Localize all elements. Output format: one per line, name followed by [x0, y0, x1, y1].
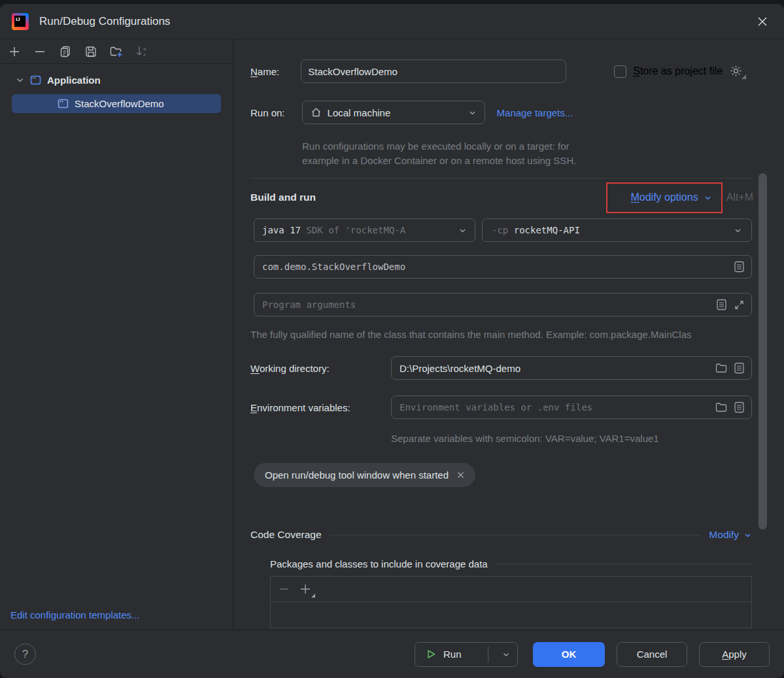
coverage-packages-table — [270, 576, 752, 628]
cancel-button[interactable]: Cancel — [617, 642, 687, 667]
name-label: Name: — [250, 66, 279, 77]
coverage-remove-icon[interactable] — [279, 584, 289, 594]
chevron-down-icon — [458, 226, 467, 235]
working-directory-value: D:\Projects\rocketMQ-demo — [400, 363, 520, 374]
coverage-table-toolbar — [271, 577, 751, 602]
store-settings-gear-icon[interactable] — [729, 64, 743, 78]
coverage-modify-link[interactable]: Modify — [709, 529, 752, 541]
run-play-icon — [426, 649, 437, 660]
working-directory-field[interactable]: D:\Projects\rocketMQ-demo — [391, 356, 752, 380]
chevron-down-icon — [468, 109, 477, 117]
jre-dropdown[interactable]: java 17 SDK of 'rocketMQ-A — [254, 218, 475, 242]
build-and-run-title: Build and run — [250, 192, 316, 203]
store-as-project-file-label: Store as project file — [633, 65, 723, 77]
name-input[interactable] — [301, 59, 566, 83]
program-arguments-field[interactable]: Program arguments — [254, 293, 752, 316]
run-button-divider — [488, 647, 488, 662]
coverage-add-icon[interactable] — [299, 583, 311, 595]
insert-macros-icon — [734, 362, 745, 374]
add-configuration-icon[interactable] — [8, 45, 21, 58]
classpath-module-dropdown[interactable]: -cp rocketMQ-API — [482, 218, 752, 242]
edit-configuration-templates-link[interactable]: Edit configuration templates... — [10, 609, 140, 620]
environment-variables-help-text: Separate variables with semicolon: VAR=v… — [391, 433, 784, 444]
code-coverage-title: Code Coverage — [250, 529, 322, 541]
configuration-form: Name: Store as project file Run on: — [233, 39, 784, 630]
intellij-logo-icon: IJ — [12, 13, 29, 30]
chevron-down-icon[interactable] — [502, 650, 511, 659]
remove-configuration-icon[interactable] — [33, 45, 46, 58]
chip-label: Open run/debug tool window when started — [265, 469, 449, 481]
run-split-button[interactable]: Run — [415, 642, 518, 667]
program-arguments-placeholder: Program arguments — [262, 299, 356, 310]
apply-button[interactable]: Apply — [699, 642, 770, 667]
chevron-down-icon — [16, 76, 24, 84]
save-configuration-icon[interactable] — [84, 45, 97, 58]
expand-icon — [734, 299, 745, 311]
configurations-tree: Application StackOverflowDemo — [0, 64, 233, 113]
insert-macros-icon — [734, 401, 745, 413]
insert-macros-icon — [716, 299, 727, 311]
home-icon — [311, 107, 322, 118]
close-icon[interactable] — [754, 13, 771, 30]
configurations-sidebar: az Application StackOverflowDemo Edit co… — [0, 39, 233, 630]
tree-item-stackoverflowdemo[interactable]: StackOverflowDemo — [12, 94, 221, 113]
browse-folder-icon — [715, 363, 727, 373]
insert-macros-icon — [734, 261, 745, 273]
chevron-down-icon — [704, 194, 712, 202]
modify-options-annotation-box: Modify options — [606, 182, 722, 213]
copy-configuration-icon[interactable] — [59, 45, 72, 58]
main-class-value: com.demo.StackOverflowDemo — [262, 262, 405, 272]
vertical-scrollbar[interactable] — [758, 173, 767, 530]
main-class-help-text: The fully qualified name of the class th… — [250, 329, 784, 340]
dialog-title: Run/Debug Configurations — [39, 15, 170, 28]
title-bar: IJ Run/Debug Configurations — [0, 4, 784, 39]
svg-text:a: a — [143, 46, 146, 52]
browse-folder-icon — [715, 402, 727, 413]
tree-item-label: StackOverflowDemo — [75, 98, 164, 109]
sort-configurations-icon[interactable]: az — [135, 45, 148, 58]
environment-variables-field[interactable]: Environment variables or .env files — [391, 396, 752, 419]
manage-targets-link[interactable]: Manage targets... — [497, 107, 573, 118]
modify-options-shortcut: Alt+M — [726, 192, 753, 203]
remove-option-icon[interactable] — [456, 471, 465, 479]
new-folder-icon[interactable] — [110, 45, 123, 58]
run-on-label: Run on: — [250, 107, 285, 118]
environment-variables-placeholder: Environment variables or .env files — [400, 402, 592, 413]
name-input-field[interactable] — [308, 66, 559, 77]
ok-button[interactable]: OK — [533, 642, 605, 667]
store-as-project-file-checkbox[interactable] — [614, 65, 626, 78]
application-type-icon — [30, 75, 41, 86]
svg-text:z: z — [143, 52, 146, 58]
run-on-help-text: Run configurations may be executed local… — [302, 139, 784, 168]
run-debug-configurations-dialog: IJ Run/Debug Configurations — [0, 4, 784, 678]
run-on-dropdown[interactable]: Local machine — [302, 101, 485, 124]
open-tool-window-option-chip[interactable]: Open run/debug tool window when started — [254, 463, 475, 487]
coverage-packages-label: Packages and classes to include in cover… — [270, 558, 488, 569]
dialog-footer: ? Run OK Cancel Apply — [0, 630, 784, 678]
chevron-down-icon — [743, 531, 752, 539]
environment-variables-label: Environment variables: — [250, 402, 350, 413]
chevron-down-icon — [734, 226, 742, 235]
run-button-label: Run — [443, 649, 462, 660]
help-button[interactable]: ? — [14, 643, 36, 665]
coverage-divider — [330, 535, 702, 535]
working-directory-label: Working directory: — [250, 363, 330, 374]
tree-group-application[interactable]: Application — [0, 71, 233, 90]
packages-divider — [496, 564, 752, 564]
tree-group-label: Application — [47, 75, 101, 86]
application-icon — [58, 98, 69, 109]
modify-options-link[interactable]: Modify options — [630, 192, 698, 203]
run-on-value: Local machine — [328, 107, 391, 118]
sidebar-toolbar: az — [0, 39, 233, 64]
main-class-field[interactable]: com.demo.StackOverflowDemo — [254, 255, 752, 279]
